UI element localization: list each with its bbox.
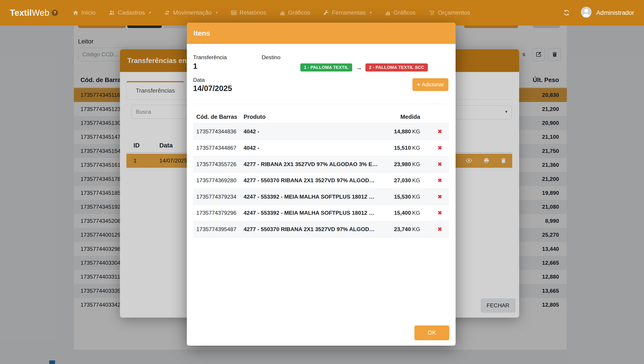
nav-item-relatorios[interactable]: Relatórios xyxy=(231,9,266,16)
item-barcode: 1735774379234 xyxy=(193,194,240,200)
nav-item-graficos-1[interactable]: Gráficos xyxy=(280,9,310,16)
remove-item-button[interactable]: ✖ xyxy=(438,145,442,151)
column-header-barcode: Cód. de Barras xyxy=(193,114,240,120)
table-icon xyxy=(231,10,237,16)
item-barcode: 1735774344836 xyxy=(193,128,240,135)
destino-label: Destino xyxy=(262,54,280,61)
adicionar-label: Adicionar xyxy=(422,81,444,88)
plus-icon: + xyxy=(417,81,420,88)
item-barcode: 1735774369280 xyxy=(193,177,240,184)
adicionar-button[interactable]: + Adicionar xyxy=(412,78,449,91)
item-row: 1735774344836 4042 - 14,880KG ✖ xyxy=(193,124,449,140)
nav-item-label: Gráficos xyxy=(394,9,416,16)
item-medida: 15,530KG xyxy=(378,194,431,200)
nav-item-ferramentas[interactable]: Ferramentas ▾ xyxy=(323,9,372,16)
item-row: 1735774395487 4277 - 550370 RIBANA 2X1 3… xyxy=(193,221,449,238)
item-produto: 4247 - 553392 - MEIA MALHA SOFTPLUS 1801… xyxy=(240,194,378,200)
items-table-header: Cód. de Barras Produto Medida xyxy=(193,110,449,124)
item-medida: 15,510KG xyxy=(378,145,431,151)
item-medida: 23,740KG xyxy=(378,226,431,232)
remove-item-button[interactable]: ✖ xyxy=(438,128,442,135)
nav-item-label: Ferramentas xyxy=(332,9,366,16)
item-row: 1735774355726 4277 - RIBANA 2X1 3527VD 9… xyxy=(193,156,449,172)
transfer-route: 1 - PALLOMA TEXTIL → 2 - PALLOMA TEXTIL … xyxy=(300,63,428,72)
bar-chart-icon xyxy=(385,10,391,16)
users-icon xyxy=(109,10,115,16)
origin-badge: 1 - PALLOMA TEXTIL xyxy=(300,63,352,72)
nav-item-label: Gráficos xyxy=(288,9,310,16)
nav-item-label: Relatórios xyxy=(240,9,266,16)
chevron-down-icon: ▾ xyxy=(149,11,151,15)
brand-part-2: Web xyxy=(32,8,50,18)
nav-item-label: Orçamentos xyxy=(438,9,470,16)
arrow-right-icon: → xyxy=(356,64,362,71)
data-label: Data xyxy=(193,77,205,83)
navbar: TextilWeb ? Início Cadastros ▾ Movimenta… xyxy=(0,0,644,26)
item-produto: 4277 - 550370 RIBANA 2X1 3527VD 97% ALGO… xyxy=(240,226,378,232)
nav-item-label: Cadastros xyxy=(118,9,145,16)
item-produto: 4247 - 553392 - MEIA MALHA SOFTPLUS 1801… xyxy=(240,210,378,216)
refresh-button[interactable] xyxy=(563,10,570,16)
nav-item-orcamentos[interactable]: Orçamentos xyxy=(429,9,470,16)
nav-item-movimentacao[interactable]: Movimentação ▾ xyxy=(164,9,218,16)
nav-item-cadastros[interactable]: Cadastros ▾ xyxy=(109,9,151,16)
itens-modal-title: Itens xyxy=(194,29,210,38)
chevron-down-icon: ▾ xyxy=(216,11,218,15)
item-produto: 4042 - xyxy=(240,145,378,151)
item-row: 1735774344867 4042 - 15,510KG ✖ xyxy=(193,140,449,156)
remove-item-button[interactable]: ✖ xyxy=(438,194,442,200)
item-medida: 14,880KG xyxy=(378,128,431,135)
user-menu[interactable]: Administrador xyxy=(581,7,634,19)
brand-part-1: Textil xyxy=(10,8,32,18)
item-produto: 4277 - RIBANA 2X1 3527VD 97% ALGODAO 3% … xyxy=(240,161,378,167)
items-table-body: 1735774344836 4042 - 14,880KG ✖ 17357743… xyxy=(193,124,449,238)
app-root: TextilWeb ? Início Cadastros ▾ Movimenta… xyxy=(0,0,644,364)
avatar xyxy=(581,7,592,19)
remove-item-button[interactable]: ✖ xyxy=(438,210,442,216)
remove-item-button[interactable]: ✖ xyxy=(438,226,442,232)
bar-chart-icon xyxy=(280,10,285,16)
item-medida: 23,980KG xyxy=(378,161,431,167)
nav-item-graficos-2[interactable]: Gráficos xyxy=(385,9,416,16)
item-row: 1735774379296 4247 - 553392 - MEIA MALHA… xyxy=(193,205,449,222)
column-header-produto: Produto xyxy=(240,114,378,120)
nav-item-inicio[interactable]: Início xyxy=(73,9,96,16)
itens-modal: Itens Transferência 1 Destino 1 - PALLOM… xyxy=(187,23,455,346)
user-name: Administrador xyxy=(596,9,634,16)
column-header-medida: Medida xyxy=(378,114,431,120)
item-produto: 4277 - 550370 RIBANA 2X1 3527VD 97% ALGO… xyxy=(240,177,378,184)
item-row: 1735774379234 4247 - 553392 - MEIA MALHA… xyxy=(193,189,449,205)
item-barcode: 1735774379296 xyxy=(193,210,240,216)
item-barcode: 1735774395487 xyxy=(193,226,240,232)
chevron-down-icon: ▾ xyxy=(370,11,372,15)
item-produto: 4042 - xyxy=(240,128,378,135)
cart-icon xyxy=(429,10,435,16)
navbar-right: Administrador xyxy=(563,7,634,19)
nav-item-label: Início xyxy=(81,9,96,16)
ok-button[interactable]: OK xyxy=(414,325,449,340)
exchange-icon xyxy=(164,10,170,16)
item-barcode: 1735774344867 xyxy=(193,145,240,151)
brand-logo[interactable]: TextilWeb ? xyxy=(10,8,58,18)
destination-badge: 2 - PALLOMA TEXTIL SCC xyxy=(366,63,428,72)
nav-menu: Início Cadastros ▾ Movimentação ▾ Relató… xyxy=(73,9,470,16)
data-value: 14/07/2025 xyxy=(193,84,232,93)
item-medida: 15,400KG xyxy=(378,210,431,216)
transferencia-label: Transferência xyxy=(193,54,227,61)
nav-item-label: Movimentação xyxy=(173,9,212,16)
remove-item-button[interactable]: ✖ xyxy=(438,177,442,184)
help-icon[interactable]: ? xyxy=(52,10,58,16)
item-medida: 27,030KG xyxy=(378,177,431,184)
items-table: Cód. de Barras Produto Medida 1735774344… xyxy=(193,110,449,238)
wrench-icon xyxy=(323,10,329,16)
remove-item-button[interactable]: ✖ xyxy=(438,161,442,167)
item-row: 1735774369280 4277 - 550370 RIBANA 2X1 3… xyxy=(193,172,449,189)
item-barcode: 1735774355726 xyxy=(193,161,240,167)
itens-modal-header: Itens xyxy=(187,23,455,44)
home-icon xyxy=(73,10,78,16)
transferencia-value: 1 xyxy=(193,62,197,71)
